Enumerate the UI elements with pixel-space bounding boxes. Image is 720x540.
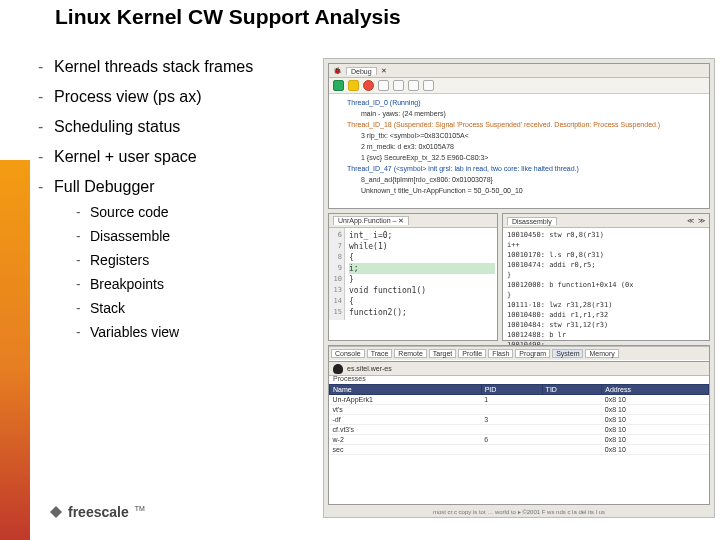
table-row[interactable]: Un-rAppErk110x8 10	[330, 395, 709, 405]
step-return-icon[interactable]	[408, 80, 419, 91]
src-line: int_ i=0;	[349, 230, 495, 241]
sub-bullet: Breakpoints	[76, 276, 318, 292]
resume-icon[interactable]	[333, 80, 344, 91]
dis-line: i++	[507, 240, 705, 250]
src-line: {	[349, 252, 495, 263]
dis-line: 10012488: b lr	[507, 330, 705, 340]
terminate-icon[interactable]	[363, 80, 374, 91]
dis-line: 10012000: b function1+0x14 (0x	[507, 280, 705, 290]
dis-line: 10010450: stw r0,8(r31)	[507, 230, 705, 240]
tab-trace[interactable]: Trace	[367, 349, 393, 358]
accent-stripe	[0, 160, 30, 540]
system-pane: es.sitel.wer-es Descriptor EPRS; onlinux…	[328, 361, 710, 505]
debug-pane: 🐞 Debug ✕ Thread_ID_0 (Running) main - y…	[328, 63, 710, 209]
dis-line: 10010170: l.s r0,8(r31)	[507, 250, 705, 260]
bottom-tabs: Console Trace Remote Target Profile Flas…	[328, 345, 710, 361]
gutter: 67 89 10 1314 15	[329, 228, 345, 320]
disassembly-view[interactable]: 10010450: stw r0,8(r31) i++ 10010170: l.…	[503, 228, 709, 352]
tree-node[interactable]: 8_and_ad{tplmm[rdo_cx806: 0x01003078}	[333, 174, 705, 185]
tab-target[interactable]: Target	[429, 349, 456, 358]
stack-frame[interactable]: 3 rlp_ttx: <symbol>=0x83C0105A<	[333, 130, 705, 141]
dis-line: 10010484: stw r31,12(r3)	[507, 320, 705, 330]
src-line: void function1()	[349, 285, 495, 296]
dis-line: 10010474: addi r0,r5;	[507, 260, 705, 270]
tab-console[interactable]: Console	[331, 349, 365, 358]
step-over-icon[interactable]	[393, 80, 404, 91]
tab-system[interactable]: System	[552, 349, 583, 358]
tree-node[interactable]: Thread_ID_18 (Suspended: Signal 'Process…	[333, 119, 705, 130]
sub-bullet: Registers	[76, 252, 318, 268]
src-line: while(1)	[349, 241, 495, 252]
close-icon[interactable]: ✕	[381, 67, 387, 75]
tab-profile[interactable]: Profile	[458, 349, 486, 358]
tree-node[interactable]: Thread_ID_0 (Running)	[333, 97, 705, 108]
stack-frame[interactable]: 2 m_medk: d ex3: 0x0105A78	[333, 141, 705, 152]
linux-icon	[333, 364, 343, 374]
src-line: {	[349, 296, 495, 307]
source-editor[interactable]: 67 89 10 1314 15 int_ i=0; while(1) { i;…	[329, 228, 497, 320]
copyright: most cr.c copy is tot … world to ▸ ©2001…	[433, 508, 605, 515]
table-row[interactable]: -df30x8 10	[330, 415, 709, 425]
thread-tree: Thread_ID_0 (Running) main - yaws: (24 m…	[329, 94, 709, 199]
tab-debug[interactable]: Debug	[346, 67, 377, 75]
tree-node[interactable]: Unknown_t title_Un-rAppFunction = 50_0-5…	[333, 185, 705, 196]
debug-toolbar	[329, 78, 709, 94]
debugger-screenshot: 🐞 Debug ✕ Thread_ID_0 (Running) main - y…	[323, 58, 715, 518]
tab-remote[interactable]: Remote	[394, 349, 427, 358]
bullet: Kernel + user space	[38, 148, 318, 166]
source-tabbar: UnrApp.Function – ✕	[329, 214, 497, 228]
dis-line: 10010480: addi r1,r1,r32	[507, 310, 705, 320]
suspend-icon[interactable]	[348, 80, 359, 91]
col-name[interactable]: Name	[330, 385, 482, 395]
bullet: Scheduling status	[38, 118, 318, 136]
tree-node[interactable]: Thread_ID_47 (<symbol> init grsl: lab in…	[333, 163, 705, 174]
bullet: Kernel threads stack frames	[38, 58, 318, 76]
table-row[interactable]: cf.vt3's0x8 10	[330, 425, 709, 435]
tab-program[interactable]: Program	[515, 349, 550, 358]
process-table: Name PID TID Address Un-rAppErk110x8 10v…	[329, 384, 709, 455]
slide-body: Kernel threads stack frames Process view…	[38, 58, 318, 352]
brand-name: freescale	[68, 504, 129, 520]
nav-prev-icon[interactable]: ≪	[687, 217, 694, 225]
sub-bullet: Source code	[76, 204, 318, 220]
tab-disassembly[interactable]: Disassembly	[507, 217, 557, 225]
dis-line: 10111-18: lwz r31,28(r31)	[507, 300, 705, 310]
src-line-current: i;	[349, 263, 495, 274]
sub-bullet: Disassemble	[76, 228, 318, 244]
col-tid[interactable]: TID	[542, 385, 602, 395]
stack-frame[interactable]: 1 {svc} SecureExp_tx_32.5 E960-C80:3>	[333, 152, 705, 163]
debug-tabbar: 🐞 Debug ✕	[329, 64, 709, 78]
slide-title: Linux Kernel CW Support Analysis	[55, 5, 401, 29]
nav-next-icon[interactable]: ≫	[698, 217, 705, 225]
col-pid[interactable]: PID	[481, 385, 542, 395]
tab-flash[interactable]: Flash	[488, 349, 513, 358]
trademark: TM	[135, 505, 145, 512]
source-pane: UnrApp.Function – ✕ 67 89 10 1314 15 int…	[328, 213, 498, 341]
tab-memory[interactable]: Memory	[585, 349, 618, 358]
bullet: Process view (ps ax)	[38, 88, 318, 106]
bug-icon: 🐞	[333, 67, 342, 75]
dis-line: }	[507, 290, 705, 300]
sub-bullet: Stack	[76, 300, 318, 316]
bullet: Full Debugger Source code Disassemble Re…	[38, 178, 318, 340]
tree-node[interactable]: main - yaws: (24 members)	[333, 108, 705, 119]
system-path[interactable]: es.sitel.wer-es	[347, 365, 392, 372]
footer-logo: freescale TM	[50, 504, 145, 520]
src-line: }	[349, 274, 495, 285]
logo-chip-icon	[50, 506, 62, 518]
table-row[interactable]: sec0x8 10	[330, 445, 709, 455]
drop-frame-icon[interactable]	[423, 80, 434, 91]
dis-line: }	[507, 270, 705, 280]
sub-bullet: Variables view	[76, 324, 318, 340]
table-row[interactable]: w-260x8 10	[330, 435, 709, 445]
disassembly-pane: Disassembly ≪ ≫ 10010450: stw r0,8(r31) …	[502, 213, 710, 341]
bullet-label: Full Debugger	[54, 178, 155, 195]
disasm-tabbar: Disassembly ≪ ≫	[503, 214, 709, 228]
step-into-icon[interactable]	[378, 80, 389, 91]
tab-source[interactable]: UnrApp.Function – ✕	[333, 216, 409, 225]
table-row[interactable]: vt's0x8 10	[330, 405, 709, 415]
src-line: function2();	[349, 307, 495, 318]
col-addr[interactable]: Address	[602, 385, 709, 395]
